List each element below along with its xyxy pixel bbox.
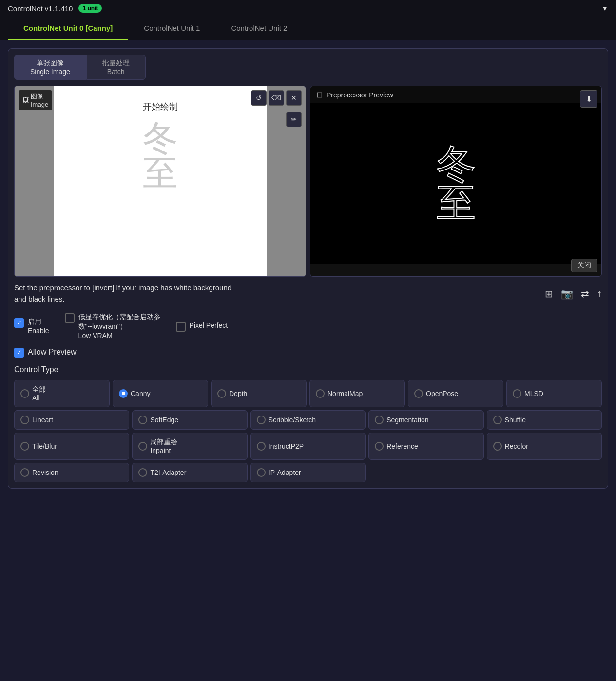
radio-reference-label: Reference xyxy=(386,442,418,450)
radio-canny-circle xyxy=(119,389,128,398)
enable-checkbox[interactable]: ✓ xyxy=(14,318,24,328)
radio-t2i-adapter-label: T2I-Adapter xyxy=(150,469,186,476)
radio-inpaint-circle xyxy=(138,442,147,451)
radio-depth[interactable]: Depth xyxy=(211,380,307,407)
radio-normalmap[interactable]: NormalMap xyxy=(309,380,405,407)
radio-openpose-label: OpenPose xyxy=(426,390,458,397)
allow-preview-checkbox[interactable]: ✓ xyxy=(14,348,24,358)
tab-controlnet-unit2[interactable]: ControlNet Unit 2 xyxy=(215,17,303,40)
top-bar: ControlNet v1.1.410 1 unit ▼ xyxy=(0,0,616,17)
lowvram-checkbox[interactable] xyxy=(65,313,75,323)
radio-depth-circle xyxy=(217,389,226,398)
radio-scribble[interactable]: Scribble/Sketch xyxy=(250,410,366,430)
chinese-chars: 冬至 xyxy=(143,120,178,190)
camera-icon[interactable]: 📷 xyxy=(561,288,573,300)
radio-t2i-adapter[interactable]: T2I-Adapter xyxy=(132,463,247,482)
radio-shuffle[interactable]: Shuffle xyxy=(487,410,602,430)
radio-instructp2p[interactable]: InstructP2P xyxy=(250,433,366,460)
sub-tabs: 单张图像 Single Image 批量处理 Batch xyxy=(14,55,602,80)
control-type-row1: 全部All Canny Depth NormalMap OpenPose xyxy=(14,380,602,407)
empty-cell-1 xyxy=(368,463,483,482)
lowvram-label-en: Low VRAM xyxy=(78,331,160,341)
preview-chinese: 冬至 xyxy=(437,145,476,223)
radio-depth-label: Depth xyxy=(229,390,247,397)
up-arrow-icon[interactable]: ↑ xyxy=(597,288,602,299)
download-button[interactable]: ⬇ xyxy=(580,90,597,108)
erase-button[interactable]: ⌫ xyxy=(269,90,284,106)
image-label: 🖼 图像Image xyxy=(19,90,52,110)
radio-lineart-label: Lineart xyxy=(32,416,53,424)
sub-tab-single-image-label-cn: 单张图像 xyxy=(30,59,70,68)
radio-revision-circle xyxy=(20,468,29,477)
radio-inpaint-label: 局部重绘Inpaint xyxy=(150,438,177,454)
radio-scribble-circle xyxy=(257,416,266,424)
radio-all-label: 全部All xyxy=(32,385,46,402)
preview-header-text: Preprocessor Preview xyxy=(327,91,393,99)
image-icon: 🖼 xyxy=(22,96,29,104)
image-panel[interactable]: 开始绘制 冬至 🖼 图像Image ↺ ⌫ ✕ ✏ xyxy=(14,86,306,277)
hint-icons: ⊞ 📷 ⇄ ↑ xyxy=(545,288,602,300)
radio-shuffle-label: Shuffle xyxy=(505,416,526,424)
pixelperfect-checkbox[interactable] xyxy=(176,322,186,332)
preview-header: ⊡ Preprocessor Preview xyxy=(310,86,601,103)
pencil-button[interactable]: ✏ xyxy=(286,112,302,127)
img-center-white: 开始绘制 冬至 xyxy=(54,86,267,276)
radio-inpaint[interactable]: 局部重绘Inpaint xyxy=(132,433,247,460)
radio-ip-adapter-circle xyxy=(257,468,266,477)
radio-mlsd[interactable]: MLSD xyxy=(506,380,602,407)
radio-revision[interactable]: Revision xyxy=(14,463,129,482)
pixelperfect-checkbox-item: Pixel Perfect xyxy=(176,321,228,332)
empty-cell-2 xyxy=(487,463,602,482)
radio-tileblur[interactable]: Tile/Blur xyxy=(14,433,129,460)
radio-openpose-circle xyxy=(414,389,423,398)
tab-controlnet-unit1[interactable]: ControlNet Unit 1 xyxy=(128,17,215,40)
control-type-section: Control Type 全部All Canny Depth NormalM xyxy=(14,365,602,482)
radio-instructp2p-circle xyxy=(257,442,266,451)
radio-reference[interactable]: Reference xyxy=(368,433,483,460)
radio-mlsd-label: MLSD xyxy=(524,390,543,397)
radio-canny-label: Canny xyxy=(131,390,150,397)
preview-body: 冬至 xyxy=(310,103,601,264)
radio-segmentation[interactable]: Segmentation xyxy=(368,410,483,430)
control-type-title: Control Type xyxy=(14,365,602,374)
radio-recolor[interactable]: Recolor xyxy=(487,433,602,460)
radio-canny[interactable]: Canny xyxy=(113,380,208,407)
grid-icon[interactable]: ⊞ xyxy=(545,288,553,300)
preview-panel: ⊡ Preprocessor Preview 冬至 ⬇ 关闭 xyxy=(310,86,602,277)
preview-icon: ⊡ xyxy=(316,90,323,99)
radio-recolor-circle xyxy=(493,442,502,451)
radio-all-circle xyxy=(20,389,29,398)
app-title: ControlNet v1.1.410 xyxy=(8,4,73,13)
close-button[interactable]: ✕ xyxy=(286,90,302,106)
radio-ip-adapter[interactable]: IP-Adapter xyxy=(250,463,366,482)
radio-tileblur-circle xyxy=(20,442,29,451)
image-overlay-buttons: ↺ ⌫ ✕ xyxy=(251,90,302,106)
tab-controlnet-unit0[interactable]: ControlNet Unit 0 [Canny] xyxy=(8,17,128,40)
radio-softedge-circle xyxy=(138,416,147,424)
radio-instructp2p-label: InstructP2P xyxy=(269,442,304,450)
hint-text: Set the preprocessor to [invert] If your… xyxy=(14,283,231,304)
radio-lineart[interactable]: Lineart xyxy=(14,410,129,430)
pixelperfect-label: Pixel Perfect xyxy=(190,321,228,331)
radio-mlsd-circle xyxy=(513,389,521,398)
swap-icon[interactable]: ⇄ xyxy=(581,288,589,300)
lowvram-label-cn: 低显存优化（需配合启动参数"--lowvram"） xyxy=(78,312,160,331)
sub-tab-single-image[interactable]: 单张图像 Single Image xyxy=(14,55,86,80)
radio-all[interactable]: 全部All xyxy=(14,380,110,407)
close-preview-button[interactable]: 关闭 xyxy=(571,259,597,272)
radio-softedge[interactable]: SoftEdge xyxy=(132,410,247,430)
checkboxes-row1: ✓ 启用 Enable 低显存优化（需配合启动参数"--lowvram"） Lo… xyxy=(14,312,602,341)
control-type-row2: Lineart SoftEdge Scribble/Sketch Segment… xyxy=(14,410,602,430)
sub-tab-batch[interactable]: 批量处理 Batch xyxy=(86,55,146,80)
image-label-text: 图像Image xyxy=(31,92,48,108)
radio-openpose[interactable]: OpenPose xyxy=(408,380,503,407)
radio-recolor-label: Recolor xyxy=(505,442,528,450)
preview-footer: 关闭 xyxy=(571,259,597,272)
rotate-button[interactable]: ↺ xyxy=(251,90,267,106)
top-bar-left: ControlNet v1.1.410 1 unit xyxy=(8,4,102,13)
radio-shuffle-circle xyxy=(493,416,502,424)
radio-softedge-label: SoftEdge xyxy=(150,416,178,424)
lowvram-checkbox-item: 低显存优化（需配合启动参数"--lowvram"） Low VRAM xyxy=(65,312,160,341)
control-type-row3: Tile/Blur 局部重绘Inpaint InstructP2P Refere… xyxy=(14,433,602,460)
radio-lineart-circle xyxy=(20,416,29,424)
